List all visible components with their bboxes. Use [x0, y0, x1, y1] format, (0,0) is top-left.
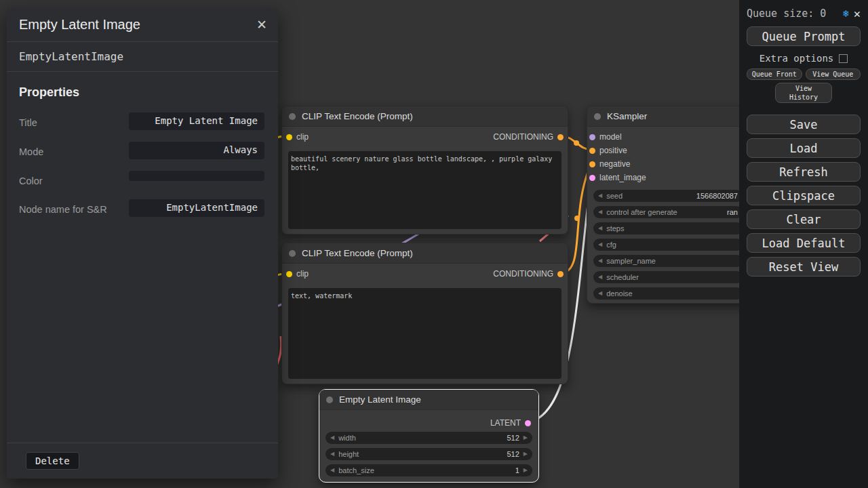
widget-scheduler[interactable]: ◀ scheduler: [593, 271, 743, 283]
save-button[interactable]: Save: [747, 115, 861, 134]
latent-slot-dot-icon[interactable]: [589, 175, 595, 181]
view-history-button[interactable]: View History: [775, 83, 832, 103]
properties-heading: Properties: [7, 72, 278, 101]
clip-slot-dot-icon[interactable]: [286, 134, 292, 140]
widget-steps[interactable]: ◀ steps: [593, 222, 743, 235]
widget-denoise[interactable]: ◀ denoise: [593, 287, 743, 300]
node-clip-text-encode-positive[interactable]: CLIP Text Encode (Prompt) clip CONDITION…: [281, 106, 568, 235]
increment-icon[interactable]: ▶: [524, 435, 528, 441]
comfy-menu-sidebar: Queue size: 0 ❄ ✕ Queue Prompt Extra opt…: [739, 0, 868, 488]
dialog-title: Empty Latent Image: [19, 17, 140, 33]
output-slot-conditioning[interactable]: CONDITIONING: [493, 269, 564, 279]
node-title-bar[interactable]: Empty Latent Image: [319, 390, 538, 410]
close-icon[interactable]: ✕: [854, 7, 861, 20]
mode-field[interactable]: Always: [129, 142, 264, 159]
conditioning-slot-dot-icon[interactable]: [589, 161, 595, 167]
node-status-dot: [289, 113, 296, 120]
slot-row: clip CONDITIONING: [282, 128, 568, 146]
decrement-icon[interactable]: ◀: [330, 435, 334, 441]
node-title-bar[interactable]: CLIP Text Encode (Prompt): [282, 106, 568, 127]
widget-height[interactable]: ◀ height 512 ▶: [326, 448, 532, 460]
decrement-icon[interactable]: ◀: [598, 209, 602, 215]
decrement-icon[interactable]: ◀: [598, 226, 602, 231]
reset-view-button[interactable]: Reset View: [747, 257, 861, 277]
close-icon[interactable]: ✕: [256, 17, 267, 33]
slot-row: clip CONDITIONING: [282, 265, 568, 283]
node-title: CLIP Text Encode (Prompt): [302, 248, 413, 258]
refresh-button[interactable]: Refresh: [747, 162, 861, 182]
increment-icon[interactable]: ▶: [524, 468, 528, 473]
input-slot-label: clip: [296, 269, 309, 279]
node-clip-text-encode-negative[interactable]: CLIP Text Encode (Prompt) clip CONDITION…: [281, 243, 568, 384]
node-title: CLIP Text Encode (Prompt): [302, 111, 413, 121]
clear-button[interactable]: Clear: [747, 209, 861, 229]
input-slot-latent-image[interactable]: latent_image: [587, 171, 749, 184]
queue-prompt-button[interactable]: Queue Prompt: [747, 26, 861, 46]
input-slot-label: model: [599, 132, 622, 142]
clipspace-button[interactable]: Clipspace: [747, 186, 861, 205]
node-status-dot: [326, 396, 333, 403]
wire-midpoint-dot: [574, 140, 579, 146]
title-field[interactable]: Empty Latent Image: [129, 113, 264, 130]
widget-sampler-name[interactable]: ◀ sampler_name: [593, 255, 743, 267]
decrement-icon[interactable]: ◀: [598, 291, 602, 296]
node-status-dot: [289, 250, 296, 257]
view-queue-button[interactable]: View Queue: [806, 68, 861, 80]
slot-row: LATENT: [319, 414, 538, 432]
decrement-icon[interactable]: ◀: [598, 258, 602, 264]
snowflake-icon[interactable]: ❄: [843, 7, 849, 20]
widget-width[interactable]: ◀ width 512 ▶: [326, 432, 532, 444]
node-title: Empty Latent Image: [339, 394, 421, 405]
load-default-button[interactable]: Load Default: [747, 233, 861, 253]
extra-options-checkbox[interactable]: [839, 54, 848, 63]
model-slot-dot-icon[interactable]: [589, 134, 595, 140]
clip-slot-dot-icon[interactable]: [286, 271, 292, 277]
node-name-field[interactable]: EmptyLatentImage: [129, 199, 264, 217]
output-slot-label: CONDITIONING: [493, 269, 553, 279]
output-slot-label: LATENT: [490, 418, 521, 428]
color-field[interactable]: [129, 171, 264, 181]
node-class-name: EmptyLatentImage: [7, 42, 278, 72]
wire-midpoint-dot: [574, 216, 580, 221]
increment-icon[interactable]: ▶: [524, 451, 528, 457]
input-slot-label: latent_image: [599, 173, 646, 182]
prompt-textarea[interactable]: beautiful scenery nature glass bottle la…: [288, 151, 561, 229]
prompt-textarea[interactable]: text, watermark: [288, 288, 561, 379]
field-title: Title Empty Latent Image: [7, 113, 278, 130]
input-slot-clip[interactable]: clip: [286, 269, 309, 279]
node-empty-latent-image[interactable]: Empty Latent Image LATENT ◀ width 512 ▶ …: [319, 389, 539, 483]
output-slot-latent[interactable]: LATENT: [490, 418, 531, 428]
decrement-icon[interactable]: ◀: [598, 193, 602, 199]
node-title-bar[interactable]: KSampler: [587, 106, 749, 127]
node-status-dot: [594, 113, 601, 120]
input-slot-label: positive: [599, 146, 627, 155]
queue-front-button[interactable]: Queue Front: [747, 68, 802, 80]
queue-size-label: Queue size: 0: [747, 7, 838, 20]
output-slot-conditioning[interactable]: CONDITIONING: [493, 132, 564, 142]
node-title-bar[interactable]: CLIP Text Encode (Prompt): [282, 243, 568, 264]
node-ksampler[interactable]: KSampler model positive negative latent_…: [587, 106, 749, 304]
conditioning-slot-dot-icon[interactable]: [557, 134, 564, 140]
decrement-icon[interactable]: ◀: [330, 468, 334, 473]
output-slot-label: CONDITIONING: [493, 132, 553, 142]
extra-options-label: Extra options: [760, 53, 834, 64]
input-slot-model[interactable]: model: [587, 130, 749, 144]
widget-cfg[interactable]: ◀ cfg: [593, 239, 743, 251]
decrement-icon[interactable]: ◀: [330, 451, 334, 457]
conditioning-slot-dot-icon[interactable]: [557, 271, 564, 277]
conditioning-slot-dot-icon[interactable]: [589, 148, 595, 154]
decrement-icon[interactable]: ◀: [598, 274, 602, 280]
input-slot-label: clip: [296, 132, 309, 142]
input-slot-clip[interactable]: clip: [286, 132, 309, 142]
widget-control-after-generate[interactable]: ◀ control after generate ran: [593, 206, 743, 218]
latent-slot-dot-icon[interactable]: [525, 420, 531, 426]
input-slot-positive[interactable]: positive: [587, 144, 749, 157]
widget-seed[interactable]: ◀ seed 1566802087: [593, 190, 743, 202]
input-slot-negative[interactable]: negative: [587, 157, 749, 171]
load-button[interactable]: Load: [747, 138, 861, 158]
input-slot-label: negative: [599, 159, 630, 169]
widget-batch-size[interactable]: ◀ batch_size 1 ▶: [326, 464, 532, 476]
decrement-icon[interactable]: ◀: [598, 242, 602, 247]
delete-button[interactable]: Delete: [26, 452, 79, 470]
field-color: Color: [7, 171, 278, 188]
